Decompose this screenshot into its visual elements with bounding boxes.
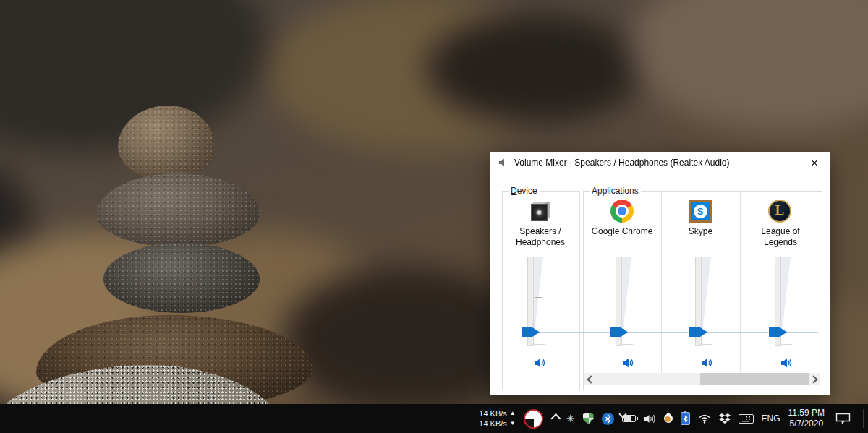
pie-timer-icon[interactable] (524, 409, 543, 429)
slider-tick (535, 297, 542, 298)
titlebar[interactable]: Volume Mixer - Speakers / Headphones (Re… (490, 152, 830, 173)
close-button[interactable]: × (805, 154, 824, 171)
applications-scrollbar[interactable] (584, 373, 820, 385)
bluetooth-icon[interactable] (602, 413, 614, 425)
slider-tick (702, 344, 712, 345)
slider-tick (781, 340, 792, 340)
wifi-icon[interactable] (698, 413, 711, 424)
sparkle-icon[interactable]: ✳ (566, 413, 575, 424)
language-indicator[interactable]: ENG (762, 413, 780, 424)
mute-button-chrome[interactable] (622, 356, 635, 369)
show-desktop-edge[interactable] (863, 409, 864, 428)
slider-tick (534, 340, 545, 340)
mute-button-skype[interactable] (701, 356, 714, 369)
water-drop-icon[interactable] (664, 414, 673, 423)
bluetooth-battery-icon[interactable] (681, 412, 690, 425)
channel-name-lol: League of Legends (741, 226, 820, 248)
slider-tick (534, 344, 545, 345)
window-title: Volume Mixer - Speakers / Headphones (Re… (514, 158, 730, 168)
channel-name-skype: Skype (663, 226, 739, 237)
column-divider (740, 191, 741, 374)
taskbar[interactable]: 14 KB/s▲ 14 KB/s▼ ✳ ✓ (0, 404, 868, 433)
screen: Volume Mixer - Speakers / Headphones (Re… (0, 0, 868, 433)
scroll-right-arrow[interactable] (808, 373, 820, 385)
league-of-legends-icon: L (768, 200, 791, 223)
windows-security-icon[interactable]: ✓ (583, 413, 594, 424)
channel-name-speakers: Speakers / Headphones (503, 226, 577, 248)
slider-tick (702, 340, 712, 340)
battery-icon[interactable] (622, 415, 636, 422)
dropbox-icon[interactable] (719, 413, 731, 424)
volume-mixer-window: Volume Mixer - Speakers / Headphones (Re… (490, 152, 830, 395)
upload-arrow-icon: ▲ (510, 408, 516, 419)
device-group-label: Device (509, 186, 540, 196)
column-divider (661, 191, 662, 374)
speakers-device-icon (529, 200, 552, 223)
taskbar-clock[interactable]: 11:59 PM 5/7/2020 (788, 408, 825, 429)
zen-stone-top (118, 106, 215, 181)
clock-time: 11:59 PM (788, 408, 825, 419)
mute-button-lol[interactable] (780, 356, 793, 369)
zen-stone-second (96, 173, 260, 247)
slider-tick (781, 344, 792, 345)
channel-name-chrome: Google Chrome (584, 226, 660, 237)
download-arrow-icon: ▼ (510, 419, 516, 429)
mute-button-speakers[interactable] (534, 356, 547, 369)
volume-icon[interactable] (644, 413, 656, 424)
slider-tick (622, 344, 633, 345)
speaker-title-icon (498, 157, 509, 168)
google-chrome-icon (610, 200, 634, 223)
touch-keyboard-icon[interactable] (739, 414, 754, 424)
slider-tick (622, 340, 633, 340)
network-speed-indicator[interactable]: 14 KB/s▲ 14 KB/s▼ (479, 408, 515, 429)
clock-date: 5/7/2020 (788, 419, 825, 429)
zen-stone-third (103, 243, 260, 313)
scroll-left-arrow[interactable] (584, 373, 596, 385)
scrollbar-thumb[interactable] (700, 373, 809, 385)
system-tray: 14 KB/s▲ 14 KB/s▼ ✳ ✓ (479, 408, 868, 429)
applications-group-label: Applications (590, 186, 641, 196)
hidden-icons-chevron[interactable] (551, 415, 558, 422)
action-center-icon[interactable] (835, 413, 851, 424)
skype-icon: S (689, 200, 712, 223)
